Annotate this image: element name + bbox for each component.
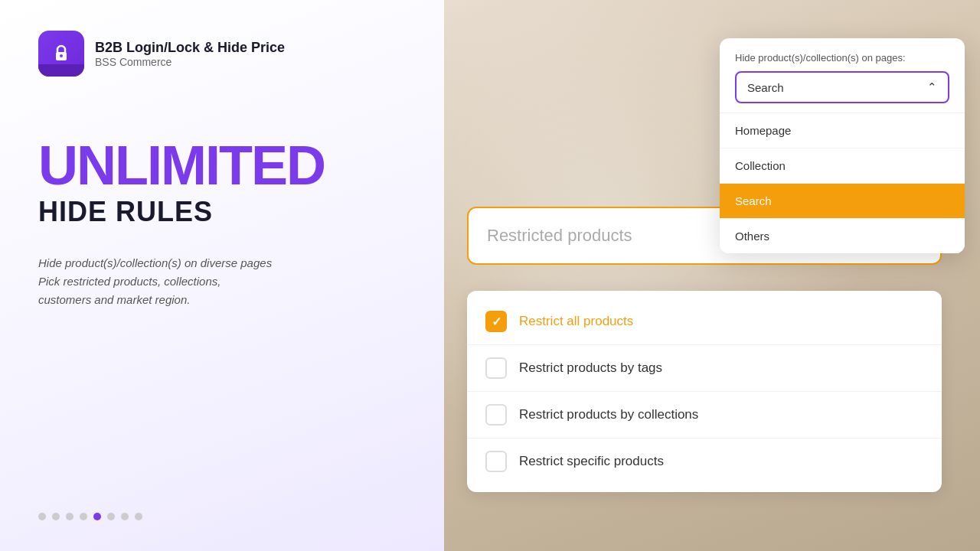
- right-panel: Hide product(s)/collection(s) on pages: …: [444, 0, 980, 551]
- dot-8[interactable]: [135, 513, 142, 520]
- checkbox-label-by-tags: Restrict products by tags: [519, 360, 662, 376]
- hide-rules-text: HIDE RULES: [38, 196, 406, 228]
- dot-4[interactable]: [80, 513, 87, 520]
- dropdown-list: Homepage Collection Search Others: [720, 113, 965, 253]
- app-logo-icon: [38, 31, 84, 77]
- checkbox-item-by-collections[interactable]: Restrict products by collections: [467, 392, 942, 439]
- checkbox-label-by-collections: Restrict products by collections: [519, 407, 698, 422]
- checkbox-by-collections[interactable]: [485, 404, 507, 425]
- dot-2[interactable]: [52, 513, 60, 520]
- dropdown-option-collection[interactable]: Collection: [720, 148, 965, 184]
- ui-overlay: Hide product(s)/collection(s) on pages: …: [467, 15, 965, 536]
- app-subtitle: BSS Commerce: [95, 56, 285, 68]
- dropdown-option-others[interactable]: Others: [720, 219, 965, 253]
- dropdown-card: Hide product(s)/collection(s) on pages: …: [720, 38, 965, 253]
- restricted-title: Restricted products: [487, 226, 632, 246]
- dropdown-option-search[interactable]: Search: [720, 184, 965, 219]
- app-title: B2B Login/Lock & Hide Price: [95, 40, 285, 56]
- dot-7[interactable]: [121, 513, 129, 520]
- dropdown-label: Hide product(s)/collection(s) on pages:: [735, 52, 949, 64]
- svg-point-1: [60, 54, 63, 57]
- dot-3[interactable]: [66, 513, 74, 520]
- left-panel: B2B Login/Lock & Hide Price BSS Commerce…: [0, 0, 444, 551]
- chevron-up-icon: ⌃: [927, 80, 937, 94]
- unlimited-text: UNLIMITED: [38, 138, 406, 193]
- checkboxes-card: Restrict all products Restrict products …: [467, 291, 942, 492]
- dot-1[interactable]: [38, 513, 46, 520]
- description: Hide product(s)/collection(s) on diverse…: [38, 254, 406, 309]
- checkbox-all-products[interactable]: [485, 311, 507, 332]
- checkbox-specific-products[interactable]: [485, 451, 507, 472]
- checkbox-item-specific-products[interactable]: Restrict specific products: [467, 439, 942, 484]
- checkbox-label-specific-products: Restrict specific products: [519, 454, 664, 469]
- logo-area: B2B Login/Lock & Hide Price BSS Commerce: [38, 31, 406, 77]
- checkbox-item-all-products[interactable]: Restrict all products: [467, 298, 942, 345]
- checkbox-item-by-tags[interactable]: Restrict products by tags: [467, 345, 942, 392]
- dropdown-selected-value: Search: [747, 81, 784, 94]
- dots-nav: [38, 513, 406, 520]
- dot-6[interactable]: [107, 513, 115, 520]
- checkbox-by-tags[interactable]: [485, 357, 507, 379]
- dot-5-active[interactable]: [93, 513, 101, 520]
- main-heading: UNLIMITED HIDE RULES: [38, 138, 406, 228]
- dropdown-option-homepage[interactable]: Homepage: [720, 113, 965, 148]
- checkbox-label-all-products: Restrict all products: [519, 314, 633, 329]
- dropdown-selected[interactable]: Search ⌃: [735, 71, 949, 103]
- dropdown-header: Hide product(s)/collection(s) on pages: …: [720, 38, 965, 113]
- logo-text: B2B Login/Lock & Hide Price BSS Commerce: [95, 40, 285, 68]
